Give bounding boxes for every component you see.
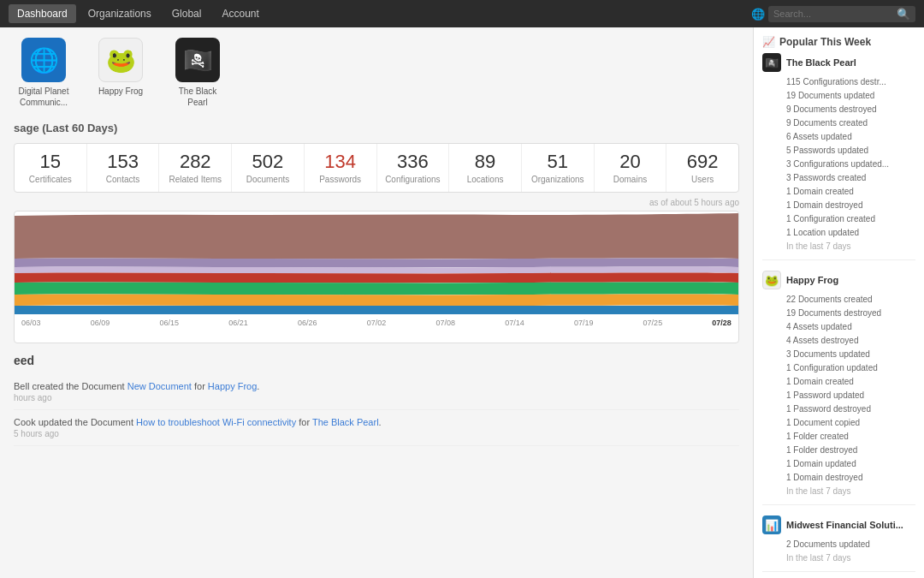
stat-passwords: 134 Passwords — [305, 144, 377, 192]
left-panel: 🌐 Digital Planet Communic... 🐸 Happy Fro… — [0, 27, 753, 578]
stat-users-label: Users — [691, 175, 714, 184]
org-icon-black-pearl[interactable]: 🏴‍☠️ The Black Pearl — [168, 38, 228, 108]
stat-passwords-label: Passwords — [319, 175, 361, 184]
stat-certificates: 15 Certificates — [15, 144, 87, 192]
chart-label-0603: 06/03 — [21, 319, 41, 327]
nav-item-global[interactable]: Global — [163, 4, 210, 23]
chart-label-0702: 07/02 — [367, 319, 387, 327]
popular-item-black-pearl: 🏴‍☠️ The Black Pearl 115 Configurations … — [762, 53, 915, 260]
popular-name-black-pearl[interactable]: The Black Pearl — [786, 57, 856, 68]
feed-text-middle-0: for — [194, 381, 208, 391]
happy-frog-label: Happy Frog — [98, 86, 143, 97]
popular-title: 📈 Popular This Week — [762, 36, 915, 48]
feed-item-0: Bell created the Document New Document f… — [14, 374, 739, 410]
feed-item-1: Cook updated the Document How to trouble… — [14, 410, 739, 446]
popular-icon-happy-frog: 🐸 — [762, 271, 781, 289]
stat-configurations-number: 336 — [381, 151, 446, 173]
stat-organizations: 51 Organizations — [522, 144, 595, 192]
chart-label-0714: 07/14 — [505, 319, 524, 327]
stat-configurations: 336 Configurations — [377, 144, 450, 192]
stat-contacts-number: 153 — [91, 151, 156, 173]
popular-icon-header: 📈 — [762, 36, 775, 48]
navbar: Dashboard Organizations Global Account 🌐… — [0, 0, 924, 27]
happy-frog-icon: 🐸 — [98, 38, 143, 82]
black-pearl-label: The Black Pearl — [168, 86, 228, 108]
org-icon-happy-frog[interactable]: 🐸 Happy Frog — [91, 38, 151, 97]
chart-label-0609: 06/09 — [91, 319, 110, 327]
chart-label-0708: 07/08 — [435, 319, 455, 327]
stat-users: 692 Users — [666, 144, 738, 192]
chart-label-0621: 06/21 — [228, 319, 248, 327]
popular-time-black-pearl: In the last 7 days — [762, 241, 915, 251]
popular-stats-midwest: 2 Documents updated — [762, 538, 915, 551]
stat-locations: 89 Locations — [449, 144, 522, 192]
chart-label-0728: 07/28 — [712, 319, 732, 327]
nav-item-account[interactable]: Account — [213, 4, 267, 23]
stats-row: 15 Certificates 153 Contacts 282 Related… — [14, 143, 739, 193]
nav-item-dashboard[interactable]: Dashboard — [9, 4, 76, 23]
search-bar: 🔍 — [768, 6, 915, 22]
popular-header-midwest: 📊 Midwest Financial Soluti... — [762, 515, 915, 534]
feed-link1-0[interactable]: New Document — [127, 381, 192, 391]
stat-organizations-number: 51 — [525, 151, 590, 173]
stat-domains-label: Domains — [613, 175, 647, 184]
popular-time-midwest: In the last 7 days — [762, 553, 915, 563]
stat-related-items: 282 Related Items — [159, 144, 232, 192]
stat-documents: 502 Documents — [232, 144, 305, 192]
popular-name-midwest[interactable]: Midwest Financial Soluti... — [786, 520, 903, 530]
feed-time-0: hours ago — [14, 393, 739, 402]
feed-link1-1[interactable]: How to troubleshoot Wi-Fi connectivity — [136, 417, 296, 427]
feed-link2-0[interactable]: Happy Frog — [208, 381, 257, 391]
activity-chart — [15, 212, 738, 314]
feed-text-before-1: Cook updated the Document — [14, 417, 136, 427]
stat-locations-label: Locations — [467, 175, 504, 184]
popular-header-happy-frog: 🐸 Happy Frog — [762, 271, 915, 289]
stat-certificates-label: Certificates — [29, 175, 72, 184]
section-title: sage (Last 60 Days) — [14, 122, 739, 134]
chart-container: 06/03 06/09 06/15 06/21 06/26 07/02 07/0… — [14, 211, 739, 343]
popular-icon-black-pearl: 🏴‍☠️ — [762, 53, 781, 72]
chart-xaxis: 06/03 06/09 06/15 06/21 06/26 07/02 07/0… — [15, 317, 738, 329]
stat-domains-number: 20 — [598, 151, 663, 173]
globe-icon: 🌐 — [751, 8, 765, 21]
popular-icon-midwest: 📊 — [762, 515, 781, 534]
black-pearl-icon: 🏴‍☠️ — [175, 38, 220, 82]
right-panel: 📈 Popular This Week 🏴‍☠️ The Black Pearl… — [753, 27, 924, 578]
search-input[interactable] — [773, 9, 893, 19]
stat-related-items-number: 282 — [163, 151, 228, 173]
popular-item-midwest: 📊 Midwest Financial Soluti... 2 Document… — [762, 515, 915, 572]
stat-documents-number: 502 — [235, 151, 300, 173]
chart-label-0725: 07/25 — [643, 319, 663, 327]
feed-text-middle-1: for — [299, 417, 312, 427]
popular-name-happy-frog[interactable]: Happy Frog — [786, 275, 838, 285]
stat-passwords-number: 134 — [308, 151, 373, 173]
feed-title: eed — [14, 354, 739, 367]
chart-label-0626: 06/26 — [298, 319, 317, 327]
stat-domains: 20 Domains — [595, 144, 667, 192]
nav-item-organizations[interactable]: Organizations — [80, 4, 160, 23]
stat-locations-number: 89 — [453, 151, 518, 173]
main-layout: 🌐 Digital Planet Communic... 🐸 Happy Fro… — [0, 27, 924, 578]
org-icon-digital-planet[interactable]: 🌐 Digital Planet Communic... — [14, 38, 74, 108]
digital-planet-label: Digital Planet Communic... — [14, 86, 74, 108]
as-of-text: as of about 5 hours ago — [14, 198, 739, 207]
stat-contacts: 153 Contacts — [87, 144, 160, 192]
chart-label-0615: 06/15 — [159, 319, 179, 327]
digital-planet-icon: 🌐 — [21, 38, 66, 82]
org-icons-row: 🌐 Digital Planet Communic... 🐸 Happy Fro… — [14, 38, 739, 108]
stat-documents-label: Documents — [246, 175, 290, 184]
search-icon: 🔍 — [897, 8, 910, 21]
stat-related-items-label: Related Items — [169, 175, 222, 184]
stat-organizations-label: Organizations — [531, 175, 584, 184]
stat-certificates-number: 15 — [18, 151, 83, 173]
stat-contacts-label: Contacts — [106, 175, 139, 184]
popular-header-black-pearl: 🏴‍☠️ The Black Pearl — [762, 53, 915, 72]
chart-label-0719: 07/19 — [574, 319, 594, 327]
feed-link2-1[interactable]: The Black Pearl — [312, 417, 379, 427]
popular-stats-black-pearl: 115 Configurations destr... 19 Documents… — [762, 75, 915, 240]
popular-time-happy-frog: In the last 7 days — [762, 486, 915, 496]
popular-item-happy-frog: 🐸 Happy Frog 22 Documents created 19 Doc… — [762, 271, 915, 505]
stat-users-number: 692 — [670, 151, 735, 173]
feed-text-before-0: Bell created the Document — [14, 381, 127, 391]
popular-stats-happy-frog: 22 Documents created 19 Documents destro… — [762, 293, 915, 485]
